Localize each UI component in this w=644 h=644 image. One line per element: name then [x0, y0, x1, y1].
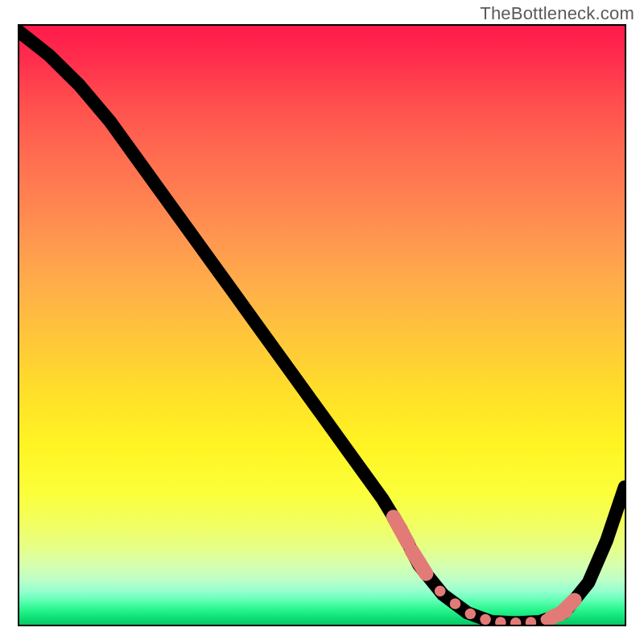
curve-dot: [464, 609, 476, 619]
curve-dot: [480, 614, 491, 625]
watermark-text: TheBottleneck.com: [480, 3, 634, 24]
curve-dot: [435, 585, 446, 596]
curve-dot-capsule: [560, 600, 575, 614]
curve-dot: [450, 598, 461, 609]
bottleneck-curve: [19, 31, 625, 622]
chart-container: { "watermark": "TheBottleneck.com", "cha…: [0, 0, 644, 644]
curve-dot-capsule: [394, 517, 408, 543]
plot-area: [18, 24, 626, 626]
curve-dot-capsule: [411, 551, 426, 574]
curve-dots: [394, 517, 575, 625]
curve-svg: [19, 26, 625, 625]
